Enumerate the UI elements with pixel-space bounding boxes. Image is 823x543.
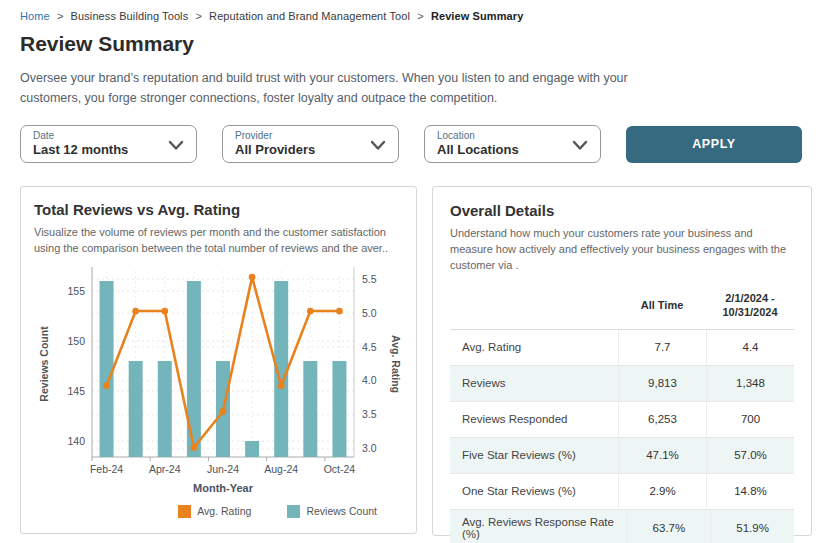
avg-rating-point — [249, 274, 256, 281]
details-row: Reviews Responded6,253700 — [450, 402, 794, 438]
details-table-header: All Time 2/1/2024 - 10/31/2024 — [450, 282, 794, 330]
x-axis-tick-label: Apr-24 — [149, 463, 181, 475]
date-dropdown-value: Last 12 months — [33, 142, 166, 158]
details-row: Five Star Reviews (%)47.1%57.0% — [450, 438, 794, 474]
content-cards: Total Reviews vs Avg. Rating Visualize t… — [20, 186, 812, 536]
legend-item[interactable]: Reviews Count — [287, 505, 377, 518]
right-axis-tick-label: 5.0 — [362, 306, 377, 318]
breadcrumb-current: Review Summary — [431, 10, 524, 22]
legend-swatch-icon — [287, 505, 300, 518]
breadcrumb-reputation-tool[interactable]: Reputation and Brand Management Tool — [209, 10, 410, 22]
x-axis-tick-label: Oct-24 — [324, 463, 356, 475]
breadcrumb-separator: > — [195, 10, 202, 22]
provider-dropdown-value: All Providers — [235, 142, 368, 158]
details-row: Reviews9,8131,348 — [450, 366, 794, 402]
breadcrumb-home[interactable]: Home — [20, 10, 50, 22]
filter-bar: Date Last 12 months Provider All Provide… — [20, 125, 812, 163]
x-axis-tick-label: Feb-24 — [90, 463, 123, 475]
chart-legend: Avg. RatingReviews Count — [34, 505, 403, 518]
right-axis-tick-label: 3.0 — [362, 442, 377, 454]
chart-card-title: Total Reviews vs Avg. Rating — [34, 201, 403, 218]
chevron-down-icon — [168, 137, 184, 153]
apply-button[interactable]: APPLY — [626, 126, 802, 163]
overall-details-table: All Time 2/1/2024 - 10/31/2024 Avg. Rati… — [450, 282, 794, 543]
x-axis-title: Month-Year — [193, 482, 254, 494]
right-axis-tick-label: 4.0 — [362, 374, 377, 386]
right-axis-tick-label: 4.5 — [362, 340, 377, 352]
x-axis-tick-label: Jun-24 — [207, 463, 239, 475]
metric-label: Avg. Reviews Response Rate (%) — [450, 516, 627, 540]
overall-details-card: Overall Details Understand how much your… — [432, 186, 812, 536]
period-value: 51.9% — [710, 510, 794, 543]
all-time-value: 63.7% — [627, 510, 711, 543]
left-axis-tick-label: 155 — [67, 284, 85, 296]
chart-area: 1401451501553.03.54.04.55.05.5Feb-24Apr-… — [34, 261, 403, 503]
period-value: 57.0% — [706, 438, 794, 473]
metric-label: One Star Reviews (%) — [450, 485, 618, 497]
left-axis-tick-label: 140 — [67, 434, 85, 446]
location-dropdown-value: All Locations — [437, 142, 570, 158]
chevron-down-icon — [370, 137, 386, 153]
all-time-value: 7.7 — [618, 330, 706, 365]
location-dropdown[interactable]: Location All Locations — [424, 125, 601, 163]
period-value: 14.8% — [706, 474, 794, 509]
page-description: Oversee your brand’s reputation and buil… — [20, 68, 668, 108]
metric-label: Avg. Rating — [450, 341, 618, 353]
page-title: Review Summary — [20, 32, 812, 56]
right-axis-tick-label: 5.5 — [362, 273, 377, 285]
right-axis-title: Avg. Rating — [390, 335, 402, 393]
date-dropdown-label: Date — [33, 130, 166, 142]
avg-rating-point — [161, 308, 168, 315]
date-dropdown[interactable]: Date Last 12 months — [20, 125, 197, 163]
avg-rating-point — [132, 308, 139, 315]
chart-card-subtitle: Visualize the volume of reviews per mont… — [34, 225, 403, 257]
metric-label: Five Star Reviews (%) — [450, 449, 618, 461]
reviews-count-bar — [129, 361, 143, 457]
avg-rating-point — [278, 382, 285, 389]
breadcrumb-separator: > — [57, 10, 64, 22]
provider-dropdown-label: Provider — [235, 130, 368, 142]
period-value: 4.4 — [706, 330, 794, 365]
all-time-value: 6,253 — [618, 402, 706, 437]
reviews-count-bar — [303, 361, 317, 457]
details-header-period: 2/1/2024 - 10/31/2024 — [706, 291, 794, 320]
location-dropdown-label: Location — [437, 130, 570, 142]
legend-swatch-icon — [178, 505, 191, 518]
avg-rating-point — [336, 308, 343, 315]
metric-label: Reviews — [450, 377, 618, 389]
avg-rating-point — [190, 444, 197, 451]
reviews-vs-rating-chart: 1401451501553.03.54.04.55.05.5Feb-24Apr-… — [34, 261, 403, 499]
metric-label: Reviews Responded — [450, 413, 618, 425]
reviews-count-bar — [100, 281, 114, 457]
all-time-value: 9,813 — [618, 366, 706, 401]
details-row: One Star Reviews (%)2.9%14.8% — [450, 474, 794, 510]
breadcrumb-separator: > — [417, 10, 424, 22]
details-header-all-time: All Time — [618, 298, 706, 312]
reviews-count-bar — [158, 361, 172, 457]
details-row: Avg. Rating7.74.4 — [450, 330, 794, 366]
all-time-value: 2.9% — [618, 474, 706, 509]
reviews-count-bar — [332, 361, 346, 457]
details-card-title: Overall Details — [450, 202, 794, 219]
chevron-down-icon — [572, 137, 588, 153]
avg-rating-point — [307, 308, 314, 315]
legend-item[interactable]: Avg. Rating — [178, 505, 251, 518]
total-reviews-vs-avg-rating-card: Total Reviews vs Avg. Rating Visualize t… — [20, 186, 417, 534]
left-axis-title: Reviews Count — [38, 326, 50, 402]
provider-dropdown[interactable]: Provider All Providers — [222, 125, 399, 163]
legend-label: Reviews Count — [306, 505, 377, 517]
period-value: 700 — [706, 402, 794, 437]
details-card-subtitle: Understand how much your customers rate … — [450, 226, 794, 274]
period-value: 1,348 — [706, 366, 794, 401]
avg-rating-point — [103, 382, 110, 389]
all-time-value: 47.1% — [618, 438, 706, 473]
right-axis-tick-label: 3.5 — [362, 408, 377, 420]
left-axis-tick-label: 145 — [67, 384, 85, 396]
legend-label: Avg. Rating — [197, 505, 251, 517]
x-axis-tick-label: Aug-24 — [264, 463, 298, 475]
avg-rating-point — [220, 408, 227, 415]
details-table-body: Avg. Rating7.74.4Reviews9,8131,348Review… — [450, 330, 794, 543]
left-axis-tick-label: 150 — [67, 334, 85, 346]
review-summary-page: Home > Business Building Tools > Reputat… — [0, 0, 823, 536]
breadcrumb-business-building-tools[interactable]: Business Building Tools — [71, 10, 189, 22]
